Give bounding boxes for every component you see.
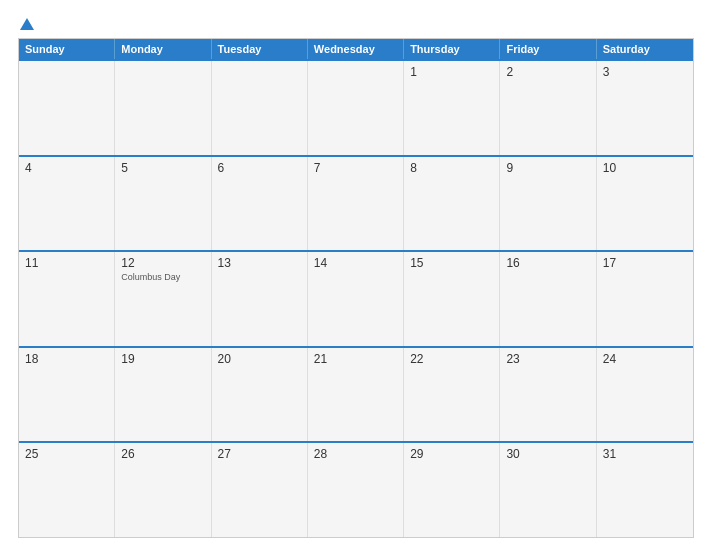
- header: [18, 18, 694, 32]
- day-number: 1: [410, 65, 493, 79]
- day-number: 2: [506, 65, 589, 79]
- day-number: 17: [603, 256, 687, 270]
- calendar-page: SundayMondayTuesdayWednesdayThursdayFrid…: [0, 0, 712, 550]
- week-row-4: 18192021222324: [19, 346, 693, 442]
- day-header-friday: Friday: [500, 39, 596, 59]
- day-cell: 18: [19, 348, 115, 442]
- logo-triangle-icon: [20, 18, 34, 30]
- day-number: 21: [314, 352, 397, 366]
- day-number: 12: [121, 256, 204, 270]
- day-header-thursday: Thursday: [404, 39, 500, 59]
- day-number: 27: [218, 447, 301, 461]
- day-cell: [212, 61, 308, 155]
- day-number: 8: [410, 161, 493, 175]
- day-cell: 5: [115, 157, 211, 251]
- day-cell: 6: [212, 157, 308, 251]
- week-row-3: 1112Columbus Day1314151617: [19, 250, 693, 346]
- day-cell: 3: [597, 61, 693, 155]
- day-number: 29: [410, 447, 493, 461]
- day-number: 19: [121, 352, 204, 366]
- day-header-monday: Monday: [115, 39, 211, 59]
- week-row-2: 45678910: [19, 155, 693, 251]
- day-number: 9: [506, 161, 589, 175]
- day-cell: 26: [115, 443, 211, 537]
- day-number: 11: [25, 256, 108, 270]
- day-header-saturday: Saturday: [597, 39, 693, 59]
- day-number: 13: [218, 256, 301, 270]
- day-number: 22: [410, 352, 493, 366]
- day-cell: 17: [597, 252, 693, 346]
- logo: [18, 18, 34, 32]
- day-cell: 19: [115, 348, 211, 442]
- day-cell: 14: [308, 252, 404, 346]
- weeks: 123456789101112Columbus Day1314151617181…: [19, 59, 693, 537]
- day-cell: 2: [500, 61, 596, 155]
- day-number: 20: [218, 352, 301, 366]
- day-number: 10: [603, 161, 687, 175]
- day-cell: 30: [500, 443, 596, 537]
- day-number: 28: [314, 447, 397, 461]
- day-cell: [308, 61, 404, 155]
- calendar: SundayMondayTuesdayWednesdayThursdayFrid…: [18, 38, 694, 538]
- day-cell: 20: [212, 348, 308, 442]
- week-row-5: 25262728293031: [19, 441, 693, 537]
- day-number: 15: [410, 256, 493, 270]
- day-number: 14: [314, 256, 397, 270]
- day-cell: [19, 61, 115, 155]
- day-cell: 4: [19, 157, 115, 251]
- day-number: 4: [25, 161, 108, 175]
- day-cell: [115, 61, 211, 155]
- day-cell: 25: [19, 443, 115, 537]
- day-number: 30: [506, 447, 589, 461]
- day-cell: 12Columbus Day: [115, 252, 211, 346]
- day-cell: 9: [500, 157, 596, 251]
- day-number: 16: [506, 256, 589, 270]
- week-row-1: 123: [19, 59, 693, 155]
- day-cell: 31: [597, 443, 693, 537]
- day-number: 7: [314, 161, 397, 175]
- day-cell: 11: [19, 252, 115, 346]
- day-cell: 16: [500, 252, 596, 346]
- day-number: 23: [506, 352, 589, 366]
- day-cell: 15: [404, 252, 500, 346]
- day-cell: 29: [404, 443, 500, 537]
- day-number: 26: [121, 447, 204, 461]
- day-cell: 28: [308, 443, 404, 537]
- day-number: 18: [25, 352, 108, 366]
- day-header-wednesday: Wednesday: [308, 39, 404, 59]
- day-cell: 24: [597, 348, 693, 442]
- day-headers: SundayMondayTuesdayWednesdayThursdayFrid…: [19, 39, 693, 59]
- day-number: 5: [121, 161, 204, 175]
- day-cell: 7: [308, 157, 404, 251]
- day-cell: 23: [500, 348, 596, 442]
- day-number: 6: [218, 161, 301, 175]
- day-number: 25: [25, 447, 108, 461]
- holiday-label: Columbus Day: [121, 272, 204, 283]
- day-number: 24: [603, 352, 687, 366]
- day-cell: 22: [404, 348, 500, 442]
- day-header-sunday: Sunday: [19, 39, 115, 59]
- day-cell: 27: [212, 443, 308, 537]
- day-number: 31: [603, 447, 687, 461]
- day-cell: 21: [308, 348, 404, 442]
- day-cell: 8: [404, 157, 500, 251]
- day-cell: 10: [597, 157, 693, 251]
- day-number: 3: [603, 65, 687, 79]
- day-cell: 13: [212, 252, 308, 346]
- day-cell: 1: [404, 61, 500, 155]
- day-header-tuesday: Tuesday: [212, 39, 308, 59]
